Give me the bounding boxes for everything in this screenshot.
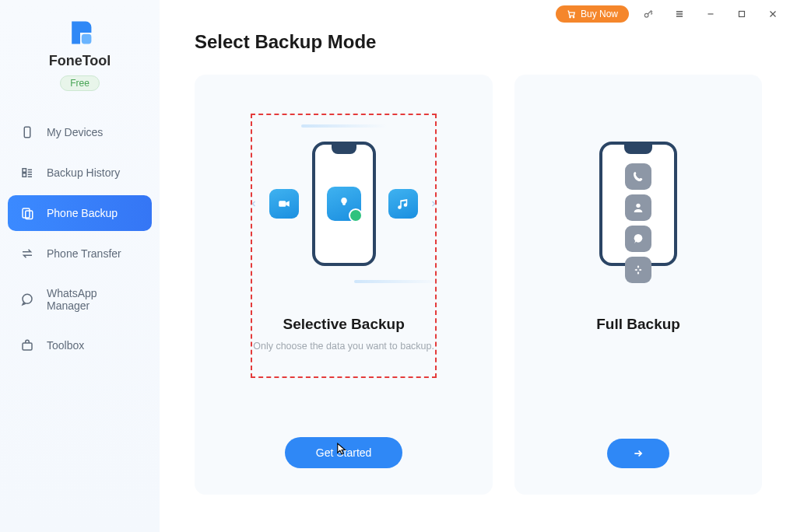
svg-rect-5 bbox=[24, 127, 30, 138]
backup-icon bbox=[20, 206, 34, 220]
card-subtitle: Only choose the data you want to backup. bbox=[253, 341, 434, 352]
sidebar-item-backup-history[interactable]: Backup History bbox=[8, 155, 152, 191]
video-icon bbox=[269, 189, 299, 219]
phone-icon bbox=[312, 142, 376, 266]
selective-backup-card[interactable]: Selective Backup Only choose the data yo… bbox=[195, 75, 493, 495]
call-icon bbox=[625, 163, 651, 190]
transfer-icon bbox=[20, 247, 34, 261]
device-icon bbox=[20, 125, 34, 139]
sidebar-item-whatsapp-manager[interactable]: WhatsApp Manager bbox=[8, 276, 152, 323]
apps-icon bbox=[625, 257, 651, 283]
toolbox-icon bbox=[20, 338, 34, 352]
full-backup-next-button[interactable] bbox=[607, 439, 669, 468]
chat-icon bbox=[20, 292, 34, 306]
full-backup-illustration bbox=[536, 110, 740, 297]
page-title: Select Backup Mode bbox=[195, 31, 762, 53]
logo-block: FoneTool Free bbox=[0, 19, 160, 103]
app-tile-icon bbox=[327, 187, 361, 221]
message-icon bbox=[625, 226, 651, 252]
cards-row: Selective Backup Only choose the data yo… bbox=[195, 75, 762, 495]
svg-rect-12 bbox=[279, 201, 286, 207]
music-icon bbox=[388, 189, 418, 219]
svg-point-10 bbox=[23, 294, 32, 303]
sidebar-item-label: WhatsApp Manager bbox=[47, 287, 139, 312]
svg-rect-4 bbox=[81, 34, 91, 44]
arrow-right-icon bbox=[631, 448, 645, 459]
card-title: Full Backup bbox=[596, 316, 680, 333]
sidebar-item-label: Backup History bbox=[47, 166, 120, 179]
svg-rect-6 bbox=[23, 169, 26, 173]
free-badge: Free bbox=[60, 75, 100, 91]
contact-icon bbox=[625, 194, 651, 221]
sidebar-item-phone-backup[interactable]: Phone Backup bbox=[8, 195, 152, 231]
sidebar: FoneTool Free My Devices Backup History … bbox=[0, 0, 160, 532]
selective-backup-illustration bbox=[216, 110, 471, 297]
sidebar-item-label: My Devices bbox=[47, 126, 103, 138]
get-started-button[interactable]: Get Started bbox=[285, 437, 403, 468]
history-icon bbox=[20, 166, 34, 180]
sidebar-item-toolbox[interactable]: Toolbox bbox=[8, 327, 152, 363]
sidebar-item-label: Phone Transfer bbox=[47, 247, 121, 260]
sidebar-item-my-devices[interactable]: My Devices bbox=[8, 114, 152, 150]
nav: My Devices Backup History Phone Backup P… bbox=[0, 103, 160, 379]
sidebar-item-label: Phone Backup bbox=[47, 207, 118, 219]
card-title: Selective Backup bbox=[283, 316, 404, 333]
main: Select Backup Mode Selective Backup Only bbox=[160, 0, 797, 532]
app-name: FoneTool bbox=[0, 53, 160, 69]
sidebar-item-label: Toolbox bbox=[47, 339, 84, 352]
app-logo-icon bbox=[66, 19, 94, 47]
svg-point-14 bbox=[636, 204, 640, 208]
svg-point-13 bbox=[342, 202, 346, 205]
cta-label: Get Started bbox=[316, 446, 372, 459]
phone-icon bbox=[599, 142, 677, 266]
full-backup-card[interactable]: Full Backup bbox=[514, 75, 762, 495]
svg-rect-11 bbox=[23, 343, 32, 350]
svg-rect-7 bbox=[23, 173, 26, 177]
sidebar-item-phone-transfer[interactable]: Phone Transfer bbox=[8, 236, 152, 271]
